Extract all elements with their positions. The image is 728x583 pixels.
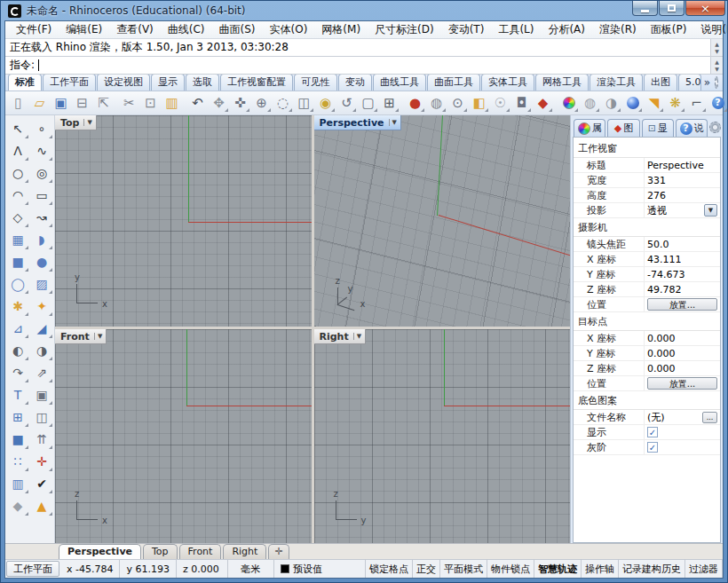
zoom-in-icon[interactable]: ⊕ (251, 93, 272, 113)
property-value[interactable]: 276 (644, 188, 720, 202)
layer-cell[interactable]: 预设值 (274, 560, 366, 578)
blend-icon[interactable]: ◑ (31, 340, 53, 361)
save-icon[interactable]: ▣ (51, 93, 71, 113)
render-car-icon[interactable]: ● (405, 93, 425, 113)
command-input-scrollbar[interactable]: ▲ ▼ (710, 57, 723, 74)
new-file-icon[interactable]: ▯ (8, 93, 28, 113)
trim-icon[interactable]: ⊿ (7, 318, 29, 339)
menu-item[interactable]: 变动(T) (441, 20, 492, 39)
surface-from-points-icon[interactable]: ▦ (7, 229, 29, 250)
dropdown-arrow-icon[interactable]: ▼ (704, 204, 717, 217)
primitives-icon[interactable]: ◆ (7, 495, 29, 516)
render-preview-icon[interactable]: ◍ (426, 93, 447, 113)
menu-item[interactable]: 曲线(C) (161, 20, 212, 39)
color-wheel-icon[interactable] (558, 93, 579, 113)
viewport-menu-arrow-icon[interactable]: ▼ (94, 333, 105, 340)
object-snap-icon[interactable]: ◧ (469, 93, 489, 113)
solid-tools-icon[interactable]: ■ (7, 429, 29, 450)
scroll-up-icon[interactable]: ▲ (715, 59, 719, 65)
sphere-icon[interactable]: ● (31, 251, 53, 272)
menu-item[interactable]: 实体(O) (263, 20, 315, 39)
paste-icon[interactable]: ▥ (162, 93, 182, 113)
lock-icon[interactable]: ◘ (511, 93, 532, 113)
curve-handle-icon[interactable]: ↝ (31, 207, 53, 228)
sphere-wireframe-icon[interactable]: ◍ (580, 93, 600, 113)
flamingo-render-icon[interactable]: ◆ (533, 93, 553, 113)
cone-render-icon[interactable]: ◥ (644, 93, 664, 113)
zoom-back-icon[interactable]: ↺ (336, 93, 357, 113)
curve-edit-icon[interactable]: ↷ (7, 362, 29, 383)
rebuild-curve-icon[interactable]: ⇗ (31, 362, 53, 383)
cplane-button[interactable]: 工作平面 (6, 561, 59, 577)
status-pane[interactable]: 智慧轨迹 (534, 560, 582, 578)
point-icon[interactable]: ∘ (31, 118, 53, 139)
help-tab-icon[interactable]: ? 说 (676, 119, 708, 137)
viewport-front[interactable]: z x Front ▼ (55, 329, 312, 543)
property-value[interactable]: 50.0 (644, 237, 720, 251)
array-grid-icon[interactable]: ∷ (7, 451, 29, 472)
menu-item[interactable]: 面板(P) (644, 20, 694, 39)
control-point-curve-icon[interactable]: ∿ (31, 140, 53, 162)
place-target-button[interactable]: 放置... (647, 377, 717, 390)
menu-item[interactable]: 渲染(R) (592, 20, 644, 39)
copy-icon[interactable]: ⊡ (140, 93, 161, 113)
viewport-tab[interactable]: Perspective (59, 544, 141, 559)
display-tab-icon[interactable]: ⊡ 显 (642, 119, 674, 137)
status-pane[interactable]: 平面模式 (440, 560, 487, 578)
menu-item[interactable]: 分析(A) (541, 20, 592, 39)
viewport-top[interactable]: y x Top ▼ (55, 115, 312, 327)
viewport-label-right[interactable]: Right ▼ (314, 329, 367, 344)
maximize-button[interactable] (659, 1, 684, 16)
viewport-label-top[interactable]: Top ▼ (55, 115, 97, 130)
status-pane[interactable]: 物件锁点 (487, 560, 534, 578)
boolean-icon[interactable]: ✱ (7, 295, 29, 317)
cut-icon[interactable]: ✂ (119, 93, 139, 113)
rectangle-icon[interactable]: ▭ (31, 185, 53, 206)
menu-item[interactable]: 网格(M) (314, 20, 368, 39)
property-value[interactable]: Perspective (644, 158, 720, 172)
mirror-icon[interactable]: ◫ (31, 406, 53, 428)
show-checkbox[interactable]: ✓ (647, 427, 658, 437)
zoom-selected-icon[interactable]: ◉ (315, 93, 336, 113)
close-button[interactable]: × (685, 1, 725, 16)
scroll-up-icon[interactable]: ▲ (715, 41, 719, 47)
check-icon[interactable]: ✔ (31, 473, 53, 494)
command-history-scrollbar[interactable]: ▲ ▼ (710, 39, 723, 56)
array-icon[interactable]: ⊞ (7, 406, 29, 428)
layers-tab-icon[interactable]: ◆ 图 (607, 119, 639, 137)
property-value[interactable]: 0.000 (644, 346, 720, 360)
four-viewports-icon[interactable]: ⊞ (379, 93, 400, 113)
wallpaper-filename[interactable]: (无) ... (644, 410, 720, 424)
viewport-label-perspective[interactable]: Perspective ▼ (314, 115, 401, 130)
toolbar-tab[interactable]: 选取 (186, 74, 219, 91)
projection-dropdown[interactable]: 透视 ▼ (644, 203, 720, 217)
curved-surface-icon[interactable]: ◗ (31, 229, 53, 250)
command-history[interactable]: 正在载入 Rhino 渲染，版本 1.50, Jan 3 2013, 03:30… (5, 39, 723, 57)
status-pane[interactable]: 锁定格点 (366, 560, 413, 578)
property-value[interactable]: 49.782 (644, 282, 720, 296)
toolbar-tab[interactable]: 实体工具 (481, 74, 534, 91)
status-pane[interactable]: 正交 (413, 560, 440, 578)
property-value[interactable]: -74.673 (644, 267, 720, 281)
scroll-down-icon[interactable]: ▼ (715, 48, 719, 54)
property-value[interactable]: 43.111 (644, 252, 720, 266)
toolbar-tab[interactable]: 渲染工具 (590, 74, 643, 91)
toolbar-tab[interactable]: 曲面工具 (427, 74, 480, 91)
torus-icon[interactable]: ◯ (7, 273, 29, 295)
menu-item[interactable]: 说明(H) (693, 20, 728, 39)
box-icon[interactable]: ■ (7, 251, 29, 272)
sphere-shaded-icon[interactable]: ◑ (601, 93, 621, 113)
viewport-tab[interactable]: Top (143, 544, 178, 559)
cplane-icon[interactable]: ⊙ (447, 93, 468, 113)
toolbar-tab[interactable]: 网格工具 (535, 74, 589, 91)
text-icon[interactable]: T (7, 384, 29, 406)
viewport-tab[interactable]: Front (179, 544, 222, 559)
toolbar-tab[interactable]: 标准 (8, 74, 42, 91)
status-pane[interactable]: 操作轴 (582, 560, 619, 578)
help-icon[interactable]: ? (708, 93, 728, 113)
viewport-perspective[interactable]: z y x Perspective ▼ (314, 115, 571, 327)
zoom-dynamic-icon[interactable]: ◌ (273, 93, 293, 113)
property-value[interactable]: 0.000 (644, 361, 720, 375)
select-arrow-icon[interactable]: ↖ (7, 118, 29, 139)
viewport-menu-arrow-icon[interactable]: ▼ (83, 119, 94, 126)
